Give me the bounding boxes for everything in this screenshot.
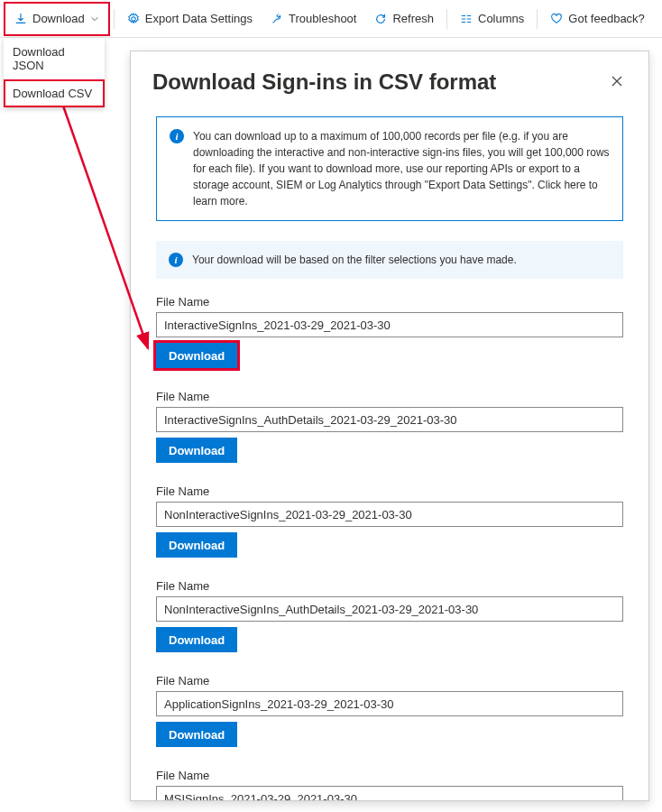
file-group-interactive: File Name Download (156, 295, 623, 377)
export-data-settings-button[interactable]: Export Data Settings (118, 0, 262, 37)
file-name-input[interactable] (156, 502, 623, 527)
feedback-button[interactable]: Got feedback? (541, 0, 654, 37)
toolbar-separator (537, 9, 538, 29)
chevron-down-icon (90, 14, 99, 23)
download-csv-option[interactable]: Download CSV (4, 79, 105, 107)
file-name-label: File Name (156, 579, 623, 596)
download-label: Download (32, 12, 85, 25)
file-group-interactive-auth: File Name Download (156, 390, 623, 472)
file-name-label: File Name (156, 769, 623, 786)
file-name-label: File Name (156, 674, 623, 691)
download-button[interactable]: Download (5, 4, 108, 34)
download-file-button[interactable]: Download (156, 438, 237, 463)
info-icon: i (169, 253, 183, 267)
close-icon (611, 75, 623, 88)
file-group-noninteractive-auth: File Name Download (156, 579, 623, 661)
download-icon (14, 13, 27, 25)
download-dropdown: Download JSON Download CSV (4, 38, 105, 107)
panel-header: Download Sign-ins in CSV format (131, 51, 648, 107)
columns-icon (460, 13, 473, 25)
download-file-button[interactable]: Download (156, 532, 237, 558)
file-name-input[interactable] (156, 596, 623, 622)
file-name-label: File Name (156, 295, 623, 312)
refresh-icon (374, 13, 387, 25)
file-name-label: File Name (156, 484, 623, 502)
troubleshoot-button[interactable]: Troubleshoot (262, 0, 365, 37)
panel-title: Download Sign-ins in CSV format (152, 69, 496, 95)
toolbar-separator (446, 9, 447, 29)
heart-icon (550, 13, 563, 25)
info-icon: i (170, 129, 184, 143)
export-label: Export Data Settings (145, 12, 253, 25)
download-file-button[interactable]: Download (156, 722, 237, 747)
file-group-msi: File Name Download (156, 769, 623, 800)
wrench-icon (271, 13, 283, 25)
close-button[interactable] (607, 71, 627, 94)
gear-icon (127, 13, 140, 25)
file-name-input[interactable] (156, 312, 623, 337)
download-json-option[interactable]: Download JSON (4, 38, 105, 79)
info-box-filter: i Your download will be based on the fil… (156, 241, 623, 279)
download-button-highlight: Download (4, 2, 110, 36)
columns-label: Columns (478, 12, 524, 25)
file-group-application: File Name Download (156, 674, 623, 756)
file-name-label: File Name (156, 390, 623, 407)
info-text: You can download up to a maximum of 100,… (193, 128, 610, 209)
refresh-label: Refresh (392, 12, 434, 25)
feedback-label: Got feedback? (568, 12, 645, 25)
info-text: Your download will be based on the filte… (192, 252, 517, 268)
download-file-button[interactable]: Download (156, 343, 237, 368)
file-name-input[interactable] (156, 407, 623, 432)
file-name-input[interactable] (156, 786, 623, 800)
panel-body: i You can download up to a maximum of 10… (131, 107, 648, 800)
info-box-limits: i You can download up to a maximum of 10… (156, 116, 623, 221)
command-bar: Download Export Data Settings Troublesho… (0, 0, 662, 38)
file-name-input[interactable] (156, 691, 623, 716)
file-group-noninteractive: File Name Download (156, 484, 623, 567)
download-file-button[interactable]: Download (156, 627, 237, 652)
toolbar-separator (114, 9, 115, 29)
download-csv-panel: Download Sign-ins in CSV format i You ca… (130, 51, 649, 801)
columns-button[interactable]: Columns (451, 0, 533, 37)
refresh-button[interactable]: Refresh (365, 0, 443, 37)
troubleshoot-label: Troubleshoot (289, 12, 356, 25)
